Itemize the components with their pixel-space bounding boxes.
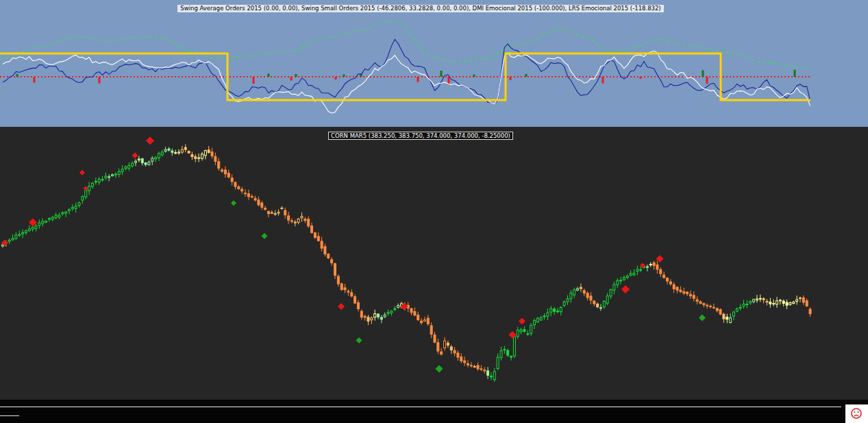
buy-marker-diamond[interactable] [356,337,362,343]
candle [145,162,147,166]
candle [493,368,495,382]
candle [487,367,489,379]
candle [51,216,53,221]
candle [547,309,549,320]
candle [809,307,811,317]
candle [241,186,243,193]
candle [334,263,336,279]
candle [786,300,788,309]
candle [261,201,263,210]
candle [132,161,134,167]
candle [364,315,366,321]
sell-marker-diamond[interactable] [84,186,88,191]
price-panel[interactable]: CORN MAR5 (383.250, 383.750, 374.000, 37… [0,127,841,400]
candle [211,148,213,159]
candle [135,159,137,166]
candle [175,150,177,154]
candle [540,315,542,321]
order-bar-down [448,77,450,84]
candle [347,289,349,295]
candle [161,150,163,157]
sell-marker-diamond[interactable] [338,303,345,310]
candle [128,162,130,171]
candle [623,276,625,281]
candle [112,173,114,176]
indicator-panel[interactable]: Swing Average Orders 2015 (0.00, 0.00), … [0,0,841,127]
candle [264,206,266,210]
candle [570,290,572,302]
candle [28,226,30,232]
buy-marker-diamond[interactable] [231,200,236,206]
candle [317,232,319,241]
candle [530,323,532,335]
candle [437,339,439,354]
candle [337,274,339,287]
candle [510,355,512,360]
candle [470,362,472,367]
candle [550,306,552,316]
price-plot[interactable] [0,127,841,400]
candle [274,210,276,216]
candle [464,356,466,365]
candle [301,213,303,222]
buy-marker-diamond[interactable] [699,314,706,321]
sell-marker-diamond[interactable] [519,317,525,324]
candle [85,189,87,199]
candle [606,293,608,305]
candle [118,169,120,178]
sell-marker-diamond[interactable] [621,285,630,293]
chart-window: Swing Average Orders 2015 (0.00, 0.00), … [0,0,868,423]
candle [789,302,791,306]
candle [227,169,230,178]
candle [597,302,599,308]
candle [636,265,638,275]
lrs-emocional-line [0,21,808,68]
candle [18,230,21,237]
candle [214,153,216,165]
indicator-y-axis[interactable] [841,0,868,127]
candle [593,300,595,306]
data-status-box[interactable] [845,404,868,423]
position-ribbon [0,400,841,407]
buy-marker-diamond[interactable] [262,233,268,239]
candle [633,269,635,276]
candle [281,206,283,210]
candle [617,278,619,288]
sell-marker-diamond[interactable] [132,152,138,158]
order-bar-down [602,77,604,84]
candle [42,219,44,227]
buy-marker-diamond[interactable] [436,365,443,372]
axis-corner [841,400,868,423]
price-y-axis[interactable] [841,127,868,400]
candle [331,257,333,265]
candle [434,332,436,343]
candle [683,288,685,295]
candle [484,367,486,373]
indicator-plot[interactable] [0,0,841,127]
candle [414,308,416,317]
candle [653,261,655,270]
candle [523,326,525,333]
candle [669,279,671,286]
candle [534,319,536,329]
candle [480,365,482,372]
candle [676,287,678,293]
candle [344,284,346,293]
candle [504,346,506,354]
candle [245,189,247,197]
candle [513,335,515,358]
order-bar-down [290,77,293,80]
order-bar-up [525,74,528,77]
candle [563,300,565,307]
candle [221,168,223,173]
time-axis[interactable] [0,400,841,423]
candle [773,300,775,306]
candle [231,174,233,185]
candle [69,208,71,215]
candle [719,309,721,315]
sell-marker-diamond[interactable] [79,170,85,176]
candle [756,295,758,302]
candle [467,360,469,367]
disconnected-face-icon[interactable] [845,404,868,423]
candle [65,211,67,217]
